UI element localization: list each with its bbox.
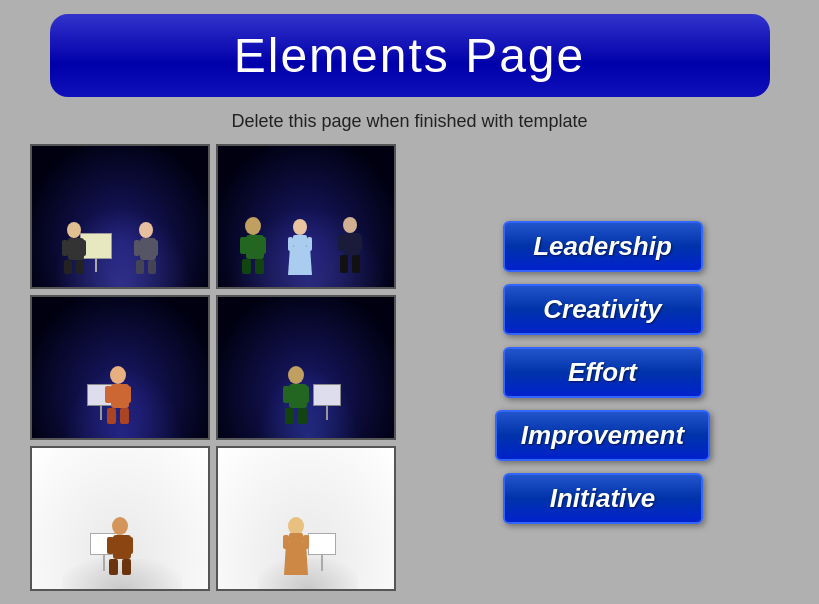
svg-rect-44 bbox=[107, 537, 114, 554]
scene-5 bbox=[32, 448, 208, 589]
svg-point-22 bbox=[343, 217, 357, 233]
svg-rect-4 bbox=[62, 240, 68, 256]
svg-rect-33 bbox=[124, 386, 131, 403]
svg-rect-42 bbox=[109, 559, 118, 575]
svg-rect-16 bbox=[240, 237, 247, 254]
svg-rect-37 bbox=[298, 408, 307, 424]
svg-rect-36 bbox=[285, 408, 294, 424]
svg-point-40 bbox=[112, 517, 128, 535]
svg-point-12 bbox=[245, 217, 261, 235]
header-banner: Elements Page bbox=[50, 14, 770, 97]
svg-rect-38 bbox=[283, 386, 290, 403]
label-effort[interactable]: Effort bbox=[503, 347, 703, 398]
image-cell-4 bbox=[216, 295, 396, 440]
image-cell-1 bbox=[30, 144, 210, 289]
svg-rect-48 bbox=[283, 535, 289, 549]
scene-4 bbox=[218, 297, 394, 438]
scene-1 bbox=[32, 146, 208, 287]
page-title: Elements Page bbox=[80, 28, 740, 83]
svg-rect-32 bbox=[105, 386, 112, 403]
scene-3 bbox=[32, 297, 208, 438]
svg-rect-26 bbox=[338, 235, 344, 251]
svg-rect-21 bbox=[307, 237, 312, 251]
svg-rect-8 bbox=[136, 260, 144, 274]
scene-6 bbox=[218, 448, 394, 589]
svg-rect-43 bbox=[122, 559, 131, 575]
svg-rect-15 bbox=[255, 259, 264, 274]
subtitle-text: Delete this page when finished with temp… bbox=[0, 111, 819, 132]
svg-point-46 bbox=[288, 517, 304, 535]
svg-rect-25 bbox=[352, 255, 360, 273]
image-cell-6 bbox=[216, 446, 396, 591]
svg-rect-49 bbox=[303, 535, 309, 549]
svg-rect-45 bbox=[126, 537, 133, 554]
svg-rect-10 bbox=[134, 240, 140, 256]
svg-rect-9 bbox=[148, 260, 156, 274]
svg-rect-5 bbox=[80, 240, 86, 256]
svg-rect-11 bbox=[152, 240, 158, 256]
svg-rect-24 bbox=[340, 255, 348, 273]
labels-area: Leadership Creativity Effort Improvement… bbox=[416, 144, 789, 591]
scene-2 bbox=[218, 146, 394, 287]
svg-point-6 bbox=[139, 222, 153, 238]
content-area: Leadership Creativity Effort Improvement… bbox=[0, 144, 819, 591]
image-grid bbox=[30, 144, 396, 591]
label-leadership[interactable]: Leadership bbox=[503, 221, 703, 272]
svg-point-18 bbox=[293, 219, 307, 235]
image-cell-2 bbox=[216, 144, 396, 289]
svg-rect-31 bbox=[120, 408, 129, 424]
svg-rect-14 bbox=[242, 259, 251, 274]
svg-rect-2 bbox=[64, 260, 72, 274]
svg-rect-27 bbox=[356, 235, 362, 251]
svg-point-0 bbox=[67, 222, 81, 238]
label-creativity[interactable]: Creativity bbox=[503, 284, 703, 335]
svg-rect-17 bbox=[259, 237, 266, 254]
image-cell-3 bbox=[30, 295, 210, 440]
svg-point-28 bbox=[110, 366, 126, 384]
svg-rect-39 bbox=[302, 386, 309, 403]
svg-point-34 bbox=[288, 366, 304, 384]
svg-rect-20 bbox=[288, 237, 293, 251]
label-improvement[interactable]: Improvement bbox=[495, 410, 710, 461]
svg-rect-30 bbox=[107, 408, 116, 424]
svg-rect-3 bbox=[76, 260, 84, 274]
image-cell-5 bbox=[30, 446, 210, 591]
label-initiative[interactable]: Initiative bbox=[503, 473, 703, 524]
